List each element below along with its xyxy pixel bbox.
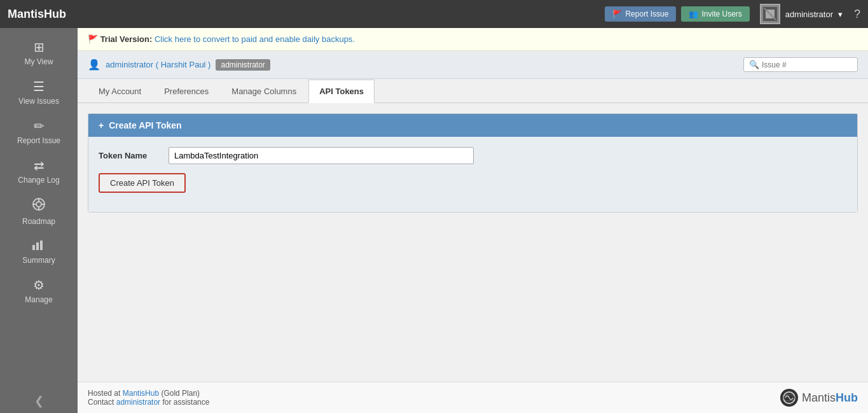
invite-users-button[interactable]: 👥 Invite Users bbox=[681, 6, 749, 22]
sidebar-collapse-button[interactable]: ❮ bbox=[29, 389, 49, 413]
page-content: + Create API Token Token Name Create API… bbox=[78, 103, 868, 382]
footer-left: Hosted at MantisHub (Gold Plan) Contact … bbox=[88, 389, 209, 407]
users-icon: 👥 bbox=[689, 10, 698, 18]
user-avatar-icon: 👤 bbox=[88, 59, 100, 71]
sidebar-item-roadmap[interactable]: Roadmap bbox=[0, 191, 78, 232]
tab-api-tokens[interactable]: API Tokens bbox=[308, 80, 375, 103]
section-body: Token Name Create API Token bbox=[88, 137, 857, 212]
svg-point-3 bbox=[36, 202, 41, 207]
report-issue-icon: ✏ bbox=[34, 118, 45, 134]
svg-rect-8 bbox=[32, 245, 35, 250]
token-name-input[interactable] bbox=[169, 147, 474, 164]
svg-rect-10 bbox=[40, 241, 43, 250]
user-link[interactable]: administrator ( Harshit Paul ) bbox=[106, 60, 210, 69]
tab-manage-columns[interactable]: Manage Columns bbox=[221, 80, 307, 103]
sidebar-label-view-issues: View Issues bbox=[18, 97, 59, 106]
footer-hosted-text: Hosted at bbox=[88, 389, 120, 398]
main-layout: ⊞ My View ☰ View Issues ✏ Report Issue ⇄… bbox=[0, 28, 868, 413]
manage-icon: ⚙ bbox=[33, 277, 45, 293]
role-badge: administrator bbox=[216, 59, 270, 71]
search-box[interactable]: 🔍 bbox=[743, 57, 858, 72]
change-log-icon: ⇄ bbox=[34, 158, 45, 173]
sidebar-item-manage[interactable]: ⚙ Manage bbox=[0, 271, 78, 311]
svg-rect-9 bbox=[36, 242, 39, 250]
create-token-section: + Create API Token Token Name Create API… bbox=[88, 113, 858, 213]
footer-brand-label: MantisHub bbox=[802, 391, 858, 405]
token-name-row: Token Name bbox=[99, 147, 847, 164]
trial-flag-icon: 🚩 bbox=[88, 34, 98, 44]
footer-brand: MantisHub bbox=[780, 389, 858, 407]
user-dropdown-icon: ▾ bbox=[838, 10, 843, 19]
flag-icon: 🚩 bbox=[612, 10, 622, 18]
trial-link[interactable]: Click here to convert to paid and enable… bbox=[155, 34, 355, 44]
token-name-label: Token Name bbox=[99, 151, 169, 160]
collapse-icon: ❮ bbox=[34, 395, 44, 407]
footer: Hosted at MantisHub (Gold Plan) Contact … bbox=[78, 382, 868, 413]
user-header: 👤 administrator ( Harshit Paul ) adminis… bbox=[78, 51, 868, 79]
sidebar: ⊞ My View ☰ View Issues ✏ Report Issue ⇄… bbox=[0, 28, 78, 413]
sidebar-label-manage: Manage bbox=[25, 295, 52, 304]
footer-assistance-text: for assistance bbox=[162, 398, 209, 407]
footer-mantishub-link[interactable]: MantisHub bbox=[123, 389, 159, 398]
my-view-icon: ⊞ bbox=[34, 39, 45, 55]
tab-preferences[interactable]: Preferences bbox=[153, 80, 219, 103]
content-area: 🚩 Trial Version: Click here to convert t… bbox=[78, 28, 868, 413]
sidebar-item-report-issue[interactable]: ✏ Report Issue bbox=[0, 112, 78, 151]
help-icon[interactable]: ? bbox=[854, 8, 860, 21]
search-icon: 🔍 bbox=[749, 60, 759, 69]
sidebar-item-view-issues[interactable]: ☰ View Issues bbox=[0, 73, 78, 112]
user-name-label: administrator bbox=[785, 10, 833, 19]
sidebar-item-summary[interactable]: Summary bbox=[0, 232, 78, 271]
footer-plan-text: (Gold Plan) bbox=[161, 389, 200, 398]
avatar bbox=[760, 4, 780, 24]
tab-my-account[interactable]: My Account bbox=[88, 80, 152, 103]
user-menu[interactable]: administrator ▾ bbox=[760, 4, 843, 24]
navbar: MantisHub 🚩 Report Issue 👥 Invite Users … bbox=[0, 0, 868, 28]
create-button-row: Create API Token bbox=[99, 173, 847, 193]
navbar-brand: MantisHub bbox=[8, 8, 605, 21]
sidebar-label-report-issue: Report Issue bbox=[17, 136, 60, 145]
plus-icon: + bbox=[99, 120, 104, 130]
trial-bold-text: Trial Version: bbox=[100, 34, 153, 44]
sidebar-label-change-log: Change Log bbox=[18, 176, 59, 185]
roadmap-icon bbox=[32, 197, 46, 214]
footer-contact-text: Contact bbox=[88, 398, 114, 407]
search-input[interactable] bbox=[762, 60, 857, 69]
sidebar-label-roadmap: Roadmap bbox=[22, 217, 55, 226]
create-api-token-button[interactable]: Create API Token bbox=[99, 173, 186, 193]
report-issue-button[interactable]: 🚩 Report Issue bbox=[605, 6, 676, 22]
summary-icon bbox=[32, 239, 46, 253]
section-header-label: Create API Token bbox=[109, 120, 181, 130]
sidebar-label-summary: Summary bbox=[22, 256, 55, 265]
navbar-actions: 🚩 Report Issue 👥 Invite Users administra… bbox=[605, 4, 860, 24]
sidebar-label-my-view: My View bbox=[24, 57, 53, 66]
footer-admin-link[interactable]: administrator bbox=[116, 398, 160, 407]
tabs-container: My Account Preferences Manage Columns AP… bbox=[78, 79, 868, 103]
sidebar-item-change-log[interactable]: ⇄ Change Log bbox=[0, 151, 78, 191]
trial-banner: 🚩 Trial Version: Click here to convert t… bbox=[78, 28, 868, 51]
sidebar-item-my-view[interactable]: ⊞ My View bbox=[0, 33, 78, 73]
footer-brand-icon bbox=[780, 389, 798, 407]
view-issues-icon: ☰ bbox=[33, 79, 45, 94]
section-header: + Create API Token bbox=[88, 114, 857, 137]
user-info: 👤 administrator ( Harshit Paul ) adminis… bbox=[88, 59, 270, 71]
